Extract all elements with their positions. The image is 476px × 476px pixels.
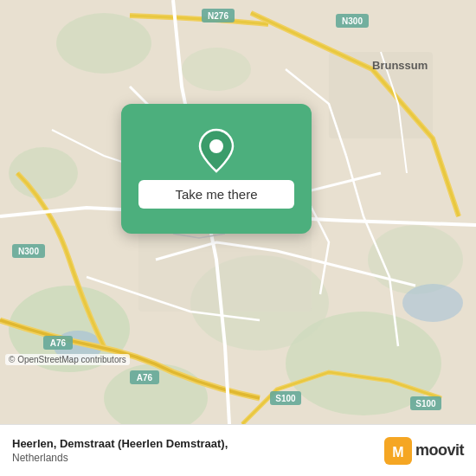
svg-text:N276: N276 [208, 11, 228, 21]
svg-point-8 [182, 48, 251, 91]
svg-text:S100: S100 [415, 399, 436, 408]
location-info: Heerlen, Demstraat (Heerlen Demstraat), … [12, 437, 384, 464]
map-container: N276 N300 N300 A76 A76 S100 S100 Brunssu… [0, 0, 476, 424]
take-me-there-button[interactable]: Take me there [138, 180, 294, 209]
moovit-logo: M moovit [384, 437, 464, 465]
info-bar: Heerlen, Demstraat (Heerlen Demstraat), … [0, 424, 476, 476]
svg-text:Brunssum: Brunssum [372, 59, 428, 72]
svg-text:A76: A76 [50, 338, 67, 348]
svg-text:A76: A76 [137, 373, 153, 383]
svg-point-7 [56, 13, 151, 74]
location-card: Take me there [121, 104, 312, 234]
svg-point-10 [402, 284, 463, 322]
moovit-text: moovit [415, 441, 464, 460]
svg-text:N300: N300 [342, 16, 363, 26]
location-subtitle: Netherlands [12, 452, 384, 464]
moovit-icon: M [384, 437, 412, 465]
location-pin [196, 130, 237, 171]
svg-text:M: M [392, 445, 403, 460]
svg-text:S100: S100 [275, 394, 296, 403]
svg-text:N300: N300 [18, 247, 39, 256]
svg-point-28 [209, 139, 223, 153]
osm-credit: © OpenStreetMap contributors [5, 354, 130, 365]
location-title: Heerlen, Demstraat (Heerlen Demstraat), [12, 437, 384, 452]
